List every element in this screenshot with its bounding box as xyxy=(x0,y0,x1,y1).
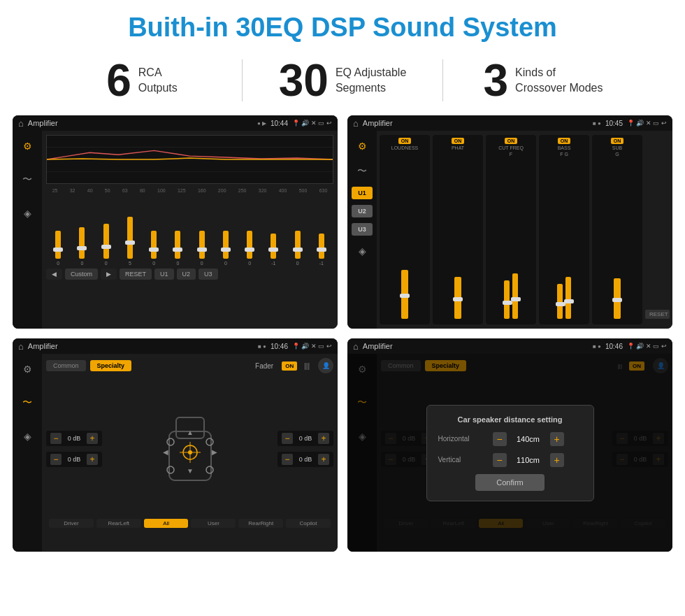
cross-icon-2[interactable]: 〜 xyxy=(352,162,372,181)
eq-icon-2[interactable]: 〜 xyxy=(17,170,37,189)
svg-point-7 xyxy=(206,438,213,445)
eq-preset-label[interactable]: Custom xyxy=(65,268,98,280)
loudness-slider[interactable] xyxy=(382,152,428,322)
fader-right-val-2: 0 dB xyxy=(296,456,315,463)
dialog-title-bar: Amplifier xyxy=(363,342,589,350)
eq-status-icons: 📍 🔊 ✕ ▭ ↩ xyxy=(292,120,332,127)
dialog-confirm-button[interactable]: Confirm xyxy=(475,474,545,491)
cross-reset-btn[interactable]: RESET xyxy=(645,310,670,319)
eq-band-8[interactable]: 0 xyxy=(223,196,229,266)
eq-band-5[interactable]: 0 xyxy=(151,196,157,266)
cross-home-icon[interactable]: ⌂ xyxy=(353,118,359,129)
dialog-vertical-control: − 110cm + xyxy=(493,453,564,467)
fader-right-minus-2[interactable]: − xyxy=(282,454,293,465)
fader-right-db-1: − 0 dB + xyxy=(277,431,333,446)
fader-home-icon[interactable]: ⌂ xyxy=(18,341,24,352)
fader-btn-copilot[interactable]: Copilot xyxy=(286,519,331,528)
eq-bottom-bar: ◀ Custom ▶ RESET U1 U2 U3 xyxy=(46,268,333,280)
dialog-horizontal-minus[interactable]: − xyxy=(493,432,507,446)
cross-module-phat: ON PHAT xyxy=(433,135,483,324)
eq-home-icon[interactable]: ⌂ xyxy=(18,118,24,129)
fader-status-icons: 📍 🔊 ✕ ▭ ↩ xyxy=(292,343,332,350)
cross-status-icons: 📍 🔊 ✕ ▭ ↩ xyxy=(627,120,667,127)
eq-band-7[interactable]: 0 xyxy=(199,196,205,266)
fader-icon-2[interactable]: 〜 xyxy=(17,393,37,413)
eq-band-3[interactable]: 0 xyxy=(103,196,109,266)
eq-u1-btn[interactable]: U1 xyxy=(154,268,174,280)
eq-band-9[interactable]: 0 xyxy=(247,196,252,266)
fader-right-plus-2[interactable]: + xyxy=(318,454,329,465)
cross-icon-1[interactable]: ⚙ xyxy=(352,136,372,156)
bass-slider[interactable] xyxy=(541,158,587,322)
svg-point-9 xyxy=(206,466,213,473)
cutfreq-title: CUT FREQ xyxy=(498,145,524,150)
dialog-home-icon[interactable]: ⌂ xyxy=(353,341,359,352)
eq-band-2[interactable]: 0 xyxy=(79,196,85,266)
eq-band-4[interactable]: 5 xyxy=(127,196,133,266)
eq-status-bar: ⌂ Amplifier ● ▶ 10:44 📍 🔊 ✕ ▭ ↩ xyxy=(13,115,338,131)
cross-time: 10:45 xyxy=(605,120,623,127)
eq-icon-3[interactable]: ◈ xyxy=(17,203,37,223)
cross-status-bar: ⌂ Amplifier ■ ● 10:45 📍 🔊 ✕ ▭ ↩ xyxy=(347,115,672,131)
fader-tab-common[interactable]: Common xyxy=(46,360,86,371)
sub-slider[interactable] xyxy=(594,158,640,322)
svg-text:◀: ◀ xyxy=(163,448,168,456)
cross-module-cutfreq: ON CUT FREQ F xyxy=(486,135,536,324)
fader-right-plus-1[interactable]: + xyxy=(318,433,329,444)
cross-u1[interactable]: U1 xyxy=(352,187,373,199)
dialog-horizontal-plus[interactable]: + xyxy=(550,432,564,446)
fader-left-minus-2[interactable]: − xyxy=(50,454,62,465)
cross-u2[interactable]: U2 xyxy=(352,205,373,217)
fader-btn-rearright[interactable]: RearRight xyxy=(238,519,283,528)
eq-next-btn[interactable]: ▶ xyxy=(101,268,117,280)
dialog-horizontal-value: 140cm xyxy=(511,435,546,443)
phat-slider[interactable] xyxy=(435,152,481,322)
fader-car-diagram: ▲ ▼ ◀ ▶ xyxy=(108,379,272,519)
eq-prev-btn[interactable]: ◀ xyxy=(46,268,62,280)
fader-left-db-1: − 0 dB + xyxy=(46,431,102,446)
fader-title: Amplifier xyxy=(28,342,254,350)
eq-band-12[interactable]: -1 xyxy=(319,196,324,266)
fader-icon-3[interactable]: ◈ xyxy=(17,427,37,446)
dialog-time: 10:46 xyxy=(605,343,623,350)
cross-main-area: ON LOUDNESS ON PHAT ON CUT xyxy=(377,131,672,329)
eq-title: Amplifier xyxy=(28,119,253,127)
fader-left-plus-2[interactable]: + xyxy=(87,454,98,465)
dialog-horizontal-control: − 140cm + xyxy=(493,432,564,446)
fader-icon-1[interactable]: ⚙ xyxy=(17,359,37,379)
fader-btn-user[interactable]: User xyxy=(191,519,236,528)
loudness-title: LOUDNESS xyxy=(391,145,419,150)
eq-content: ⚙ 〜 ◈ xyxy=(13,131,338,329)
fader-label: Fader xyxy=(255,362,273,370)
fader-right-minus-1[interactable]: − xyxy=(282,433,293,444)
dialog-vertical-minus[interactable]: − xyxy=(493,453,507,467)
fader-btn-all[interactable]: All xyxy=(144,519,189,528)
fader-tab-specialty[interactable]: Specialty xyxy=(90,360,132,371)
cross-icon-3[interactable]: ◈ xyxy=(352,241,372,261)
eq-band-11[interactable]: 0 xyxy=(295,196,301,266)
dialog-vertical-plus[interactable]: + xyxy=(550,453,564,467)
eq-u3-btn[interactable]: U3 xyxy=(199,268,218,280)
fader-btn-rearleft[interactable]: RearLeft xyxy=(96,519,141,528)
stat-crossover-number: 3 xyxy=(484,58,509,103)
eq-band-1[interactable]: 0 xyxy=(55,196,61,266)
eq-band-6[interactable]: 0 xyxy=(175,196,180,266)
eq-screen-card: ⌂ Amplifier ● ▶ 10:44 📍 🔊 ✕ ▭ ↩ ⚙ 〜 ◈ xyxy=(13,115,338,329)
fader-btn-driver[interactable]: Driver xyxy=(49,519,94,528)
eq-band-10[interactable]: -1 xyxy=(271,196,276,266)
eq-reset-btn[interactable]: RESET xyxy=(120,268,152,280)
stats-row: 6 RCAOutputs 30 EQ AdjustableSegments 3 … xyxy=(0,51,685,115)
screens-grid: ⌂ Amplifier ● ▶ 10:44 📍 🔊 ✕ ▭ ↩ ⚙ 〜 ◈ xyxy=(0,115,685,559)
cross-u3[interactable]: U3 xyxy=(352,223,373,236)
fader-left-minus-1[interactable]: − xyxy=(50,433,62,444)
fader-left-plus-1[interactable]: + xyxy=(87,433,98,444)
eq-u2-btn[interactable]: U2 xyxy=(177,268,196,280)
bass-on-badge: ON xyxy=(558,138,571,144)
eq-icon-1[interactable]: ⚙ xyxy=(17,136,37,156)
dialog-horizontal-row: Horizontal − 140cm + xyxy=(438,432,582,446)
stat-eq-number: 30 xyxy=(279,58,329,103)
fader-left-val-2: 0 dB xyxy=(64,456,84,463)
cutfreq-slider[interactable] xyxy=(488,158,534,322)
crossover-screen-card: ⌂ Amplifier ■ ● 10:45 📍 🔊 ✕ ▭ ↩ ⚙ 〜 U1 U… xyxy=(347,115,672,329)
bass-title: BASS xyxy=(558,145,571,150)
